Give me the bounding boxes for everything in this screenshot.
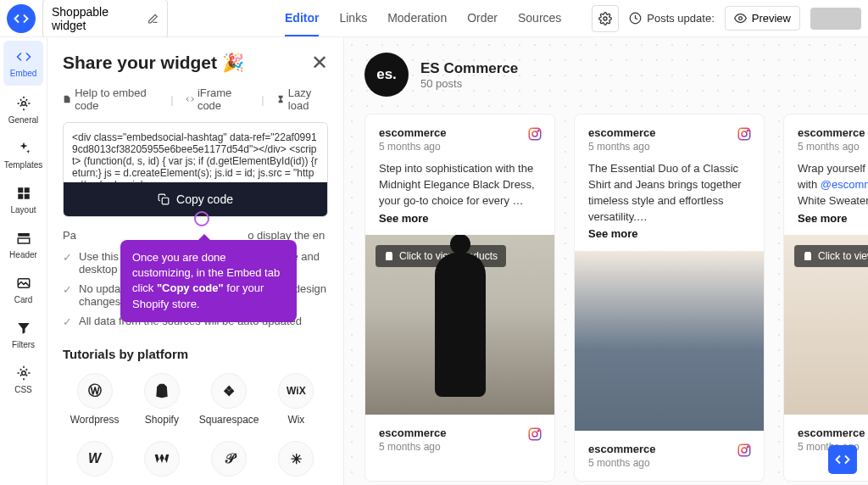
paste-before: Pa <box>63 229 76 242</box>
card-caption: The Essential Duo of a Classic Shirt and… <box>588 161 750 225</box>
weebly-icon <box>144 441 180 477</box>
widget-name-input[interactable]: Shoppable widget <box>42 0 168 38</box>
tab-order[interactable]: Order <box>467 1 498 36</box>
sidebar-item-templates[interactable]: Templates <box>0 132 47 177</box>
card-icon <box>15 275 32 292</box>
products-overlay[interactable]: Click to view pro <box>794 245 868 267</box>
tooltip-bold: "Copy code" <box>157 282 224 294</box>
help-embed-label: Help to embed code <box>75 86 159 112</box>
card-username: escommerce <box>798 426 868 439</box>
platform-weebly[interactable] <box>130 441 193 477</box>
platform-webflow[interactable]: W <box>63 441 126 477</box>
iframe-tab[interactable]: iFrame code <box>186 86 250 112</box>
svg-rect-12 <box>162 198 169 204</box>
tab-moderation[interactable]: Moderation <box>387 1 447 36</box>
svg-rect-9 <box>18 238 30 243</box>
instagram-icon <box>527 426 542 442</box>
code-icon <box>15 48 32 65</box>
svg-point-17 <box>532 432 537 437</box>
preview-button[interactable]: Preview <box>725 6 800 31</box>
top-bar: Shoppable widget Editor Links Moderation… <box>0 0 868 37</box>
card-image[interactable]: Click to view products <box>365 235 554 415</box>
sidebar-item-header[interactable]: Header <box>0 222 47 267</box>
sidebar-label: Card <box>14 295 33 304</box>
svg-point-23 <box>742 448 747 453</box>
sidebar-item-general[interactable]: General <box>0 87 47 132</box>
platform-shopify[interactable]: Shopify <box>130 373 193 426</box>
platform-wordpress[interactable]: ⓌWordpress <box>63 373 126 426</box>
file-icon <box>63 94 71 104</box>
card-caption: Step into sophistication with the Midnig… <box>379 161 541 209</box>
close-panel-button[interactable]: ✕ <box>311 51 328 75</box>
sidebar-item-card[interactable]: Card <box>0 267 47 312</box>
post-card[interactable]: escommerce 5 months ago Step into sophis… <box>364 114 555 482</box>
svg-point-15 <box>537 130 539 131</box>
svg-point-2 <box>738 17 742 20</box>
instagram-icon <box>737 443 752 458</box>
posts-update[interactable]: Posts update: <box>629 12 715 25</box>
platform-squarespace[interactable]: ❖Squarespace <box>198 373 261 426</box>
settings-button[interactable] <box>592 5 619 32</box>
top-right-tools: Posts update: Preview <box>592 5 861 32</box>
brand-logo <box>7 4 36 33</box>
card-username: escommerce <box>588 126 750 139</box>
mention-link[interactable]: @escommerc <box>821 178 868 191</box>
see-more-link[interactable]: See more <box>379 211 541 227</box>
card-image[interactable]: Click to view pro ▶ <box>784 235 868 415</box>
copy-code-button[interactable]: Copy code <box>64 182 327 216</box>
sidebar-item-layout[interactable]: Layout <box>0 177 47 222</box>
webflow-icon: W <box>77 441 113 477</box>
wix-icon: WiX <box>278 373 314 409</box>
svg-rect-7 <box>24 194 29 199</box>
bag-icon <box>803 251 813 261</box>
post-card[interactable]: escommerce 5 months ago The Essential Du… <box>574 114 765 482</box>
card-image[interactable] <box>575 251 764 431</box>
onboarding-tooltip: Once you are done customizing, in the Em… <box>120 240 297 322</box>
see-more-link[interactable]: See more <box>588 226 750 242</box>
sparkle-icon <box>15 140 32 157</box>
sidebar-item-css[interactable]: CSS <box>0 357 47 402</box>
tab-links[interactable]: Links <box>339 1 367 36</box>
platform-wix[interactable]: WiXWix <box>264 373 328 426</box>
top-right-placeholder <box>810 8 861 30</box>
squarespace-icon: ❖ <box>211 373 247 409</box>
svg-point-14 <box>532 131 537 137</box>
svg-point-3 <box>21 102 25 106</box>
sidebar-label: Header <box>9 250 37 259</box>
sidebar-label: CSS <box>14 385 32 394</box>
sidebar-item-embed[interactable]: Embed <box>3 41 43 86</box>
party-popper-icon: 🎉 <box>222 53 244 73</box>
see-more-link[interactable]: See more <box>798 211 868 227</box>
sidebar-item-filters[interactable]: Filters <box>0 312 47 357</box>
post-card[interactable]: escommerce 5 months ago Wrap yourself in… <box>783 114 868 482</box>
eye-icon <box>734 12 747 25</box>
panel-title-text: Share your widget <box>63 53 217 73</box>
filter-icon <box>15 320 32 337</box>
card-caption: Wrap yourself in tin <box>798 162 868 175</box>
copy-code-label: Copy code <box>176 192 233 206</box>
tab-editor[interactable]: Editor <box>285 1 319 36</box>
help-embed-tab[interactable]: Help to embed code <box>63 86 159 112</box>
header-icon <box>15 230 32 247</box>
account-avatar: es. <box>364 53 409 97</box>
sidebar-label: Embed <box>10 69 37 78</box>
floating-action-button[interactable] <box>828 445 857 474</box>
tutorials-heading: Tutorials by platform <box>63 347 328 361</box>
svg-rect-4 <box>18 187 23 192</box>
embed-sub-tabs: Help to embed code | iFrame code | Lazy … <box>63 86 328 112</box>
code-icon <box>835 452 850 467</box>
lazy-load-tab[interactable]: Lazy load <box>276 86 328 112</box>
code-snippet[interactable]: <div class="embedsocial-hashtag" data-re… <box>64 123 327 182</box>
card-time: 5 months ago <box>588 457 750 469</box>
sidebar-label: Templates <box>4 160 43 170</box>
svg-point-20 <box>742 131 747 137</box>
platform-other[interactable]: ✳ <box>264 441 328 477</box>
preview-label: Preview <box>752 12 791 25</box>
svg-point-18 <box>537 431 539 432</box>
clock-icon <box>629 12 642 25</box>
preview-area: es. ES Commerce 50 posts escommerce 5 mo… <box>344 37 868 485</box>
card-time: 5 months ago <box>588 141 750 153</box>
panel-title: Share your widget 🎉 <box>63 53 244 73</box>
tab-sources[interactable]: Sources <box>518 1 561 36</box>
platform-pagecloud[interactable]: 𝒫 <box>198 441 261 477</box>
